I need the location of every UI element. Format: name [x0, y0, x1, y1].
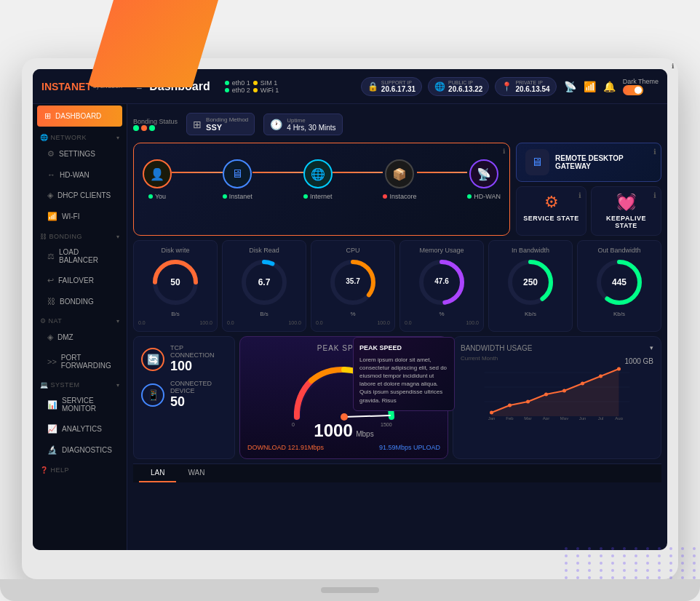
flow-line-4: [417, 172, 468, 173]
public-ip-value: 20.6.13.22: [448, 85, 482, 93]
service-state-panel[interactable]: ℹ ⚙ SERVICE STATE: [516, 186, 586, 236]
svg-text:50: 50: [170, 277, 180, 287]
content: Bonding Status ⊞: [127, 104, 667, 550]
sidebar-label-diagnostics: DIAGNOSTICS: [62, 446, 112, 454]
tab-lan[interactable]: LAN: [139, 464, 176, 482]
sidebar-item-dhcp[interactable]: ◈ DHCP CLIENTS: [33, 185, 127, 206]
tcp-connected-box: ℹ 🔄 TCP CONNECTION 100 📱: [133, 336, 235, 459]
sidebar-item-bonding[interactable]: ⛓ BONDING: [33, 291, 127, 311]
device-stat-value: 50: [170, 394, 227, 410]
flow-line-3: [333, 172, 383, 173]
flow-node-instanet: 🖥 Instanet: [223, 159, 252, 200]
content-topbar: Bonding Status ⊞: [133, 110, 661, 138]
support-ip-value: 20.6.17.31: [381, 85, 415, 93]
gauge-in-bandwidth: In Bandwidth 250 Kb/s: [488, 240, 573, 332]
svg-text:Jan: Jan: [488, 416, 496, 420]
service-state-label: SERVICE STATE: [523, 215, 579, 222]
tab-wan[interactable]: WAN: [176, 464, 216, 482]
status-dot-3: [149, 125, 155, 131]
sidebar-label-dmz: DMZ: [57, 333, 73, 341]
sidebar-label-bonding: BONDING: [60, 298, 94, 306]
settings-icon: ⚙: [47, 149, 55, 159]
bell-icon[interactable]: 🔔: [603, 81, 616, 92]
speed-unit: Mbps: [356, 430, 373, 438]
loadbalancer-icon: ⚖: [47, 252, 55, 261]
network-flow: ℹ 👤 You: [133, 143, 510, 236]
speed-value: 1000: [314, 421, 352, 440]
keepalive-state-info: ℹ: [653, 191, 656, 199]
sidebar-item-servicemonitor[interactable]: 📊 SERVICE MONITOR: [33, 391, 127, 418]
node-label-hdwan: HD-WAN: [467, 193, 501, 200]
sidebar-label-servicemonitor: SERVICE MONITOR: [62, 397, 119, 413]
sidebar-item-portforwarding[interactable]: >> PORT FORWARDING: [33, 348, 127, 375]
speed-bottom: DOWNLOAD 121.91Mbps 91.59Mbps UPLOAD: [247, 444, 440, 451]
status-dot-2: [141, 125, 147, 131]
node-label-internet: Internet: [303, 193, 333, 200]
svg-text:0: 0: [292, 422, 295, 427]
node-icon-instacore: 📦: [385, 159, 414, 188]
flow-nodes: 👤 You 🖥: [143, 159, 501, 200]
clock-icon: 🕐: [270, 119, 282, 130]
dark-theme-toggle[interactable]: [623, 85, 643, 95]
bw-title: BANDWIDTH USAGE: [461, 344, 532, 352]
sidebar-item-analytics[interactable]: 📈 ANALYTICS: [33, 418, 127, 439]
bw-menu[interactable]: ▾: [650, 344, 653, 351]
antenna-icon[interactable]: 📡: [564, 81, 576, 92]
gauge-out-bw-title: Out Bandwidth: [597, 247, 640, 254]
node-label-instacore: Instacore: [383, 193, 416, 200]
sidebar-item-dashboard[interactable]: ⊞ DASHBOARD: [37, 106, 122, 127]
analytics-icon: 📈: [47, 424, 57, 434]
sidebar-group-help: ❓ HELP: [33, 461, 127, 476]
sidebar-label-dashboard: DASHBOARD: [55, 112, 101, 120]
node-dot-internet: [303, 194, 308, 199]
svg-text:47.6: 47.6: [434, 277, 449, 285]
gauge-cpu-svg: 35.7: [327, 257, 378, 308]
lan-wan-bar: LAN WAN: [133, 463, 661, 482]
bonding-method-value: SSY: [206, 123, 248, 132]
gauge-disk-read-svg: 6.7: [239, 257, 290, 308]
sidebar-label-settings: SETTINGS: [59, 150, 95, 158]
svg-point-30: [562, 389, 566, 393]
toggle-knob: [635, 87, 642, 94]
device-stat-label: CONNECTED DEVICE: [170, 380, 227, 394]
bottom-row: ℹ 🔄 TCP CONNECTION 100 📱: [133, 336, 661, 459]
keepalive-state-panel[interactable]: ℹ 💓 KEEPALIVE STATE: [591, 186, 661, 236]
remote-desktop-panel[interactable]: 🖥 REMOTE DESKTOP GATEWAY ℹ: [516, 143, 661, 182]
wifi-icon[interactable]: 📶: [584, 81, 596, 92]
sidebar-label-portforwarding: PORT FORWARDING: [61, 354, 119, 370]
sidebar-item-wifi[interactable]: 📶 WI-FI: [33, 206, 127, 227]
sidebar-item-loadbalancer[interactable]: ⚖ LOAD BALANCER: [33, 242, 127, 270]
gauge-out-bandwidth: Out Bandwidth 445 Kb/s: [577, 240, 661, 332]
sidebar-item-diagnostics[interactable]: 🔬 DIAGNOSTICS: [33, 439, 127, 461]
wifi-sidebar-icon: 📶: [47, 212, 57, 221]
private-ip-icon: 📍: [501, 81, 512, 92]
sidebar-item-dmz[interactable]: ◈ DMZ: [33, 327, 127, 348]
laptop-base: [0, 579, 700, 601]
gauge-disk-read-unit: B/s: [260, 311, 269, 317]
private-ip-label: PRIVATE IP: [515, 80, 549, 85]
sidebar-item-hdwan[interactable]: ↔ HD-WAN: [33, 164, 127, 185]
gauge-disk-write-unit: B/s: [171, 311, 180, 317]
svg-text:250: 250: [523, 277, 538, 287]
device-icon-circle: 📱: [141, 383, 164, 407]
bonding-method: ⊞ Bonding Method SSY: [186, 113, 255, 135]
uptime-box: 🕐 Uptime 4 Hrs, 30 Mints: [263, 114, 342, 135]
sidebar-label-wifi: WI-FI: [62, 212, 79, 220]
node-dot-you: [148, 194, 153, 199]
sidebar-item-failover[interactable]: ↩ FAILOVER: [33, 270, 127, 291]
status-dot-1: [133, 125, 139, 131]
svg-text:Jun: Jun: [579, 416, 586, 420]
sidebar-item-settings[interactable]: ⚙ SETTINGS: [33, 143, 127, 164]
svg-point-26: [490, 411, 493, 415]
bandwidth-card: BANDWIDTH USAGE Current Month ▾ 1000 GB: [453, 336, 661, 459]
svg-point-27: [508, 404, 512, 407]
gauge-in-bw-unit: Kb/s: [525, 311, 536, 317]
gauge-disk-read-title: Disk Read: [249, 247, 279, 254]
dmz-icon: ◈: [47, 333, 53, 342]
svg-text:445: 445: [612, 277, 627, 287]
bonding-method-icon: ⊞: [193, 119, 202, 130]
speed-download: DOWNLOAD 121.91Mbps: [247, 444, 324, 451]
node-icon-you: 👤: [143, 159, 172, 188]
eth-indicators: eth0 1 SIM 1 eth0 2 WiFi 1: [225, 79, 279, 94]
tcp-icon-circle: 🔄: [141, 348, 164, 371]
